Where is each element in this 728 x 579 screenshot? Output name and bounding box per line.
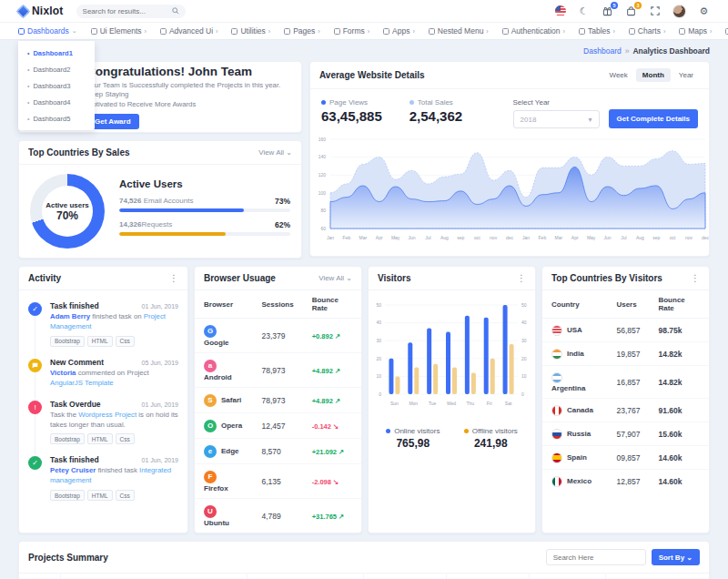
main-nav: Dashboards⌄ Ui Elements› Advanced Ui› Ut… [0, 22, 728, 40]
svg-text:30: 30 [521, 338, 527, 343]
brand-logo[interactable]: Nixlot [18, 5, 64, 17]
svg-text:20: 20 [521, 356, 527, 361]
breadcrumb-parent[interactable]: Dashboard [583, 46, 622, 56]
apps-icon [383, 28, 389, 35]
sort-by-button[interactable]: Sort By ⌄ [652, 549, 700, 565]
ui-elements-icon [91, 28, 97, 35]
country-row[interactable]: Canada23,76791.60k [542, 399, 709, 422]
col-bounce-rate: Bounce Rate [649, 290, 709, 319]
col-due-date: Due Date [447, 574, 530, 579]
trend-down-icon: ↘ [333, 478, 339, 486]
fullscreen-icon[interactable] [649, 5, 661, 17]
check-icon: ✓ [28, 456, 42, 470]
kebab-menu-icon[interactable]: ⋮ [517, 274, 526, 283]
nested-menu-icon [429, 28, 435, 35]
get-complete-details-button[interactable]: Get Complete Details [609, 109, 698, 128]
country-row[interactable]: Mexico12,85714.60k [542, 470, 709, 493]
nav-item-advanced-ui[interactable]: Advanced Ui› [160, 26, 218, 36]
browser-row[interactable]: GGoogle23,379+0.892 ↗ [195, 319, 361, 353]
browser-row[interactable]: eEdge8,570+21.092 ↗ [195, 439, 361, 464]
tag: Css [116, 433, 135, 444]
nav-item-tables[interactable]: Tables› [579, 26, 615, 36]
year-select[interactable]: 2018 ▾ [513, 110, 600, 128]
visitors-card: Visitors ⋮ 0010102020303040405050SunMonT… [368, 266, 536, 533]
breadcrumb-separator: » [625, 46, 630, 56]
nav-item-pages[interactable]: Pages› [284, 26, 319, 36]
tag: HTML [87, 336, 113, 347]
pages-icon [284, 28, 290, 35]
country-row[interactable]: Argentina16,85714.82k [542, 366, 709, 399]
country-row[interactable]: India19,85714.82k [542, 342, 709, 366]
congrats-title: Congratulations! John Team [86, 65, 290, 78]
view-all-link[interactable]: View All ⌄ [318, 274, 352, 282]
browser-row[interactable]: OOpera12,457-0.142 ↘ [195, 413, 361, 439]
nav-item-utilities[interactable]: Utilities› [231, 26, 270, 36]
trend-up-icon: ↗ [335, 367, 340, 375]
activity-item: ✓ Task finished01 Jun, 2019 Adam Berry f… [28, 296, 178, 352]
svg-text:Apr: Apr [376, 235, 383, 240]
country-row[interactable]: Spain09,85714.60k [542, 446, 709, 470]
kebab-menu-icon[interactable]: ⋮ [691, 274, 700, 283]
chevron-right-icon: › [318, 28, 319, 35]
notifications-icon[interactable]: 5 [602, 5, 613, 17]
top-header: Nixlot ☾ 5 3 ⚙ [0, 0, 728, 22]
forms-icon [334, 28, 340, 35]
col-bounce-rate: Bounce Rate [303, 290, 361, 319]
dropdown-item-dashboard4[interactable]: Dashboard4 [18, 94, 95, 110]
country-row[interactable]: USA56,85798.75k [542, 319, 709, 342]
online-visitors-legend: Online visitors 765,98 [386, 427, 440, 450]
nav-item-nested-menu[interactable]: Nested Menu› [429, 26, 489, 36]
browser-row[interactable]: FFirefox6,135-2.098 ↘ [195, 464, 361, 499]
ubuntu-icon: U [204, 505, 217, 518]
svg-text:Sun: Sun [390, 401, 399, 406]
chevron-down-icon: ▾ [589, 116, 592, 124]
svg-text:Wed: Wed [447, 401, 456, 406]
language-flag-icon[interactable] [554, 5, 566, 17]
view-all-link[interactable]: View All ⌄ [258, 148, 292, 157]
tab-month[interactable]: Month [636, 68, 671, 82]
congrats-text-line2: Motivated to Receive More Awards [86, 100, 290, 110]
svg-text:Feb: Feb [343, 235, 351, 240]
trend-up-icon: ↗ [339, 513, 344, 521]
chevron-right-icon: › [613, 28, 615, 35]
android-icon: a [204, 360, 217, 372]
dark-mode-icon[interactable]: ☾ [578, 5, 590, 17]
browser-row[interactable]: SSafari78,973+4.892 ↗ [195, 388, 361, 413]
nav-item-authentication[interactable]: Authentication› [502, 26, 565, 36]
country-row[interactable]: Russia57,90715.60k [542, 422, 709, 446]
user-avatar[interactable] [672, 5, 686, 18]
total-sales-value: 2,54,362 [410, 108, 462, 124]
comment-icon [28, 359, 42, 372]
tag: Bootstrap [50, 433, 85, 444]
projects-search-input[interactable] [546, 549, 646, 565]
svg-text:Jun: Jun [409, 235, 416, 240]
settings-gear-icon[interactable]: ⚙ [698, 5, 710, 17]
tab-year[interactable]: Year [672, 68, 700, 82]
dropdown-item-dashboard5[interactable]: Dashboard5 [18, 110, 95, 127]
dropdown-item-dashboard1[interactable]: Dashboard1 [18, 45, 95, 61]
browser-row[interactable]: aAndroid78,973+4.892 ↗ [195, 353, 361, 388]
nav-item-forms[interactable]: Forms› [334, 26, 369, 36]
tables-icon [579, 28, 585, 35]
global-search[interactable] [76, 5, 186, 18]
dropdown-item-dashboard2[interactable]: Dashboard2 [18, 61, 95, 77]
cart-icon[interactable]: 3 [625, 5, 637, 17]
trend-up-icon: ↗ [339, 448, 344, 456]
nav-item-apps[interactable]: Apps› [383, 26, 415, 36]
chevron-right-icon: › [710, 28, 712, 35]
nav-item-charts[interactable]: Charts› [629, 26, 665, 36]
online-dot [386, 429, 390, 433]
nav-item-dashboards[interactable]: Dashboards⌄ [18, 26, 77, 36]
kebab-menu-icon[interactable]: ⋮ [169, 274, 178, 283]
tab-week[interactable]: Week [603, 68, 634, 82]
activity-item: ✓ Task finished01 Jun, 2019 Petey Cruise… [28, 450, 178, 506]
col-country: Country [542, 290, 607, 319]
dropdown-item-dashboard3[interactable]: Dashboard3 [18, 77, 95, 94]
nav-item-ui-elements[interactable]: Ui Elements› [91, 26, 147, 36]
browser-row[interactable]: UUbuntu4,789+31.765 ↗ [195, 499, 361, 533]
nav-item-maps[interactable]: Maps› [679, 26, 712, 36]
search-input[interactable] [83, 7, 167, 15]
check-icon: ✓ [28, 302, 42, 316]
dashboards-dropdown: Dashboard1 Dashboard2 Dashboard3 Dashboa… [18, 41, 95, 130]
authentication-icon [502, 28, 509, 35]
